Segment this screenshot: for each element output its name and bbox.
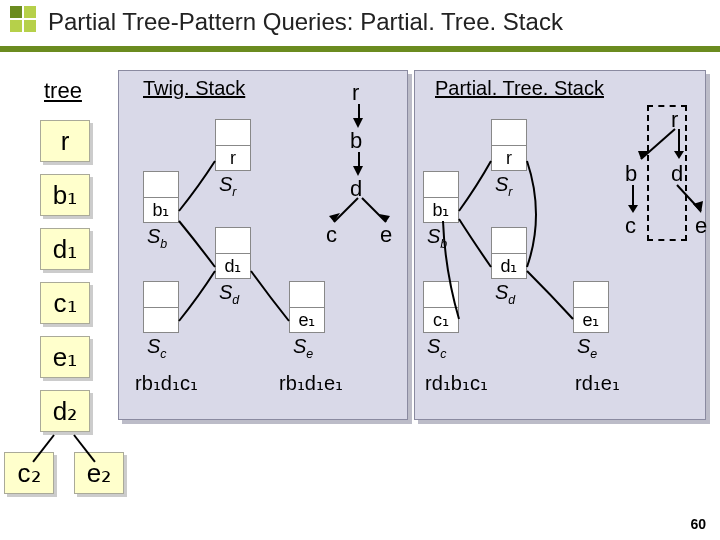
tree-node-e2: e₂: [74, 452, 124, 494]
query-node-e: e: [380, 222, 392, 248]
title-bar: Partial Tree-Pattern Queries: Partial. T…: [0, 0, 720, 56]
query-node-c: c: [326, 222, 337, 248]
tree-node-d1: d₁: [40, 228, 90, 270]
slide-title: Partial Tree-Pattern Queries: Partial. T…: [48, 8, 563, 36]
path-label: rd₁b₁c₁: [425, 371, 488, 395]
svg-line-0: [334, 198, 358, 222]
query-node-r: r: [352, 80, 359, 106]
path-label: rb₁d₁e₁: [279, 371, 343, 395]
panel-twigstack: Twig. Stack r Sr b₁ Sb d₁ Sd Sc e₁ Se rb…: [118, 70, 408, 420]
tree-node-r: r: [40, 120, 90, 162]
tree-node-c2: c₂: [4, 452, 54, 494]
stack-links-icon: [415, 71, 707, 421]
tree-node-c1: c₁: [40, 282, 90, 324]
tree-node-e1: e₁: [40, 336, 90, 378]
tree-node-d2: d₂: [40, 390, 90, 432]
arrow-down-icon: [353, 118, 363, 128]
stack-links-icon: [119, 71, 409, 421]
tree-header: tree: [44, 78, 82, 104]
query-edge: [358, 152, 360, 166]
path-label: rd₁e₁: [575, 371, 620, 395]
query-node-b: b: [350, 128, 362, 154]
tree-node-b1: b₁: [40, 174, 90, 216]
slide-decoration-icon: [10, 6, 36, 32]
title-underline: [0, 46, 720, 52]
path-label: rb₁d₁c₁: [135, 371, 198, 395]
panel-partialtreestack: Partial. Tree. Stack r Sr b₁ Sb d₁ Sd c₁…: [414, 70, 706, 420]
svg-line-2: [362, 198, 386, 222]
page-number: 60: [690, 516, 706, 532]
arrow-down-icon: [353, 166, 363, 176]
query-edge: [358, 104, 360, 118]
